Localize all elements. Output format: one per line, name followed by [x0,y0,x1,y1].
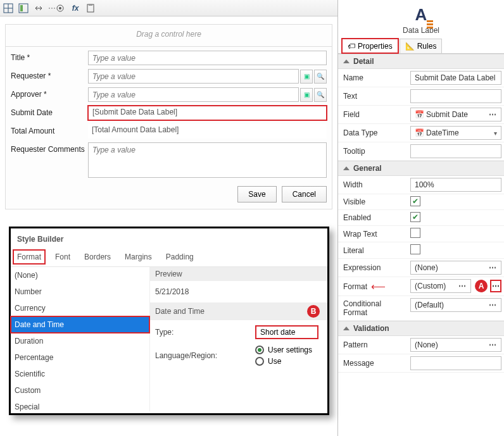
radio-dot-icon [255,357,264,366]
label-comments: Requester Comments [11,142,88,154]
format-datetime[interactable]: Date and Time [11,316,149,333]
prop-value-pattern: (None)⋯ [408,336,504,354]
caret-icon [343,59,350,63]
prop-input[interactable] [410,178,501,192]
format-list: (None) Number Currency Date and Time Dur… [11,267,150,411]
prop-input[interactable]: 📅DateTime▾ [410,126,501,140]
tab-font[interactable]: Font [51,250,74,264]
radio-user-settings[interactable]: User settings [255,344,312,356]
prop-input[interactable]: (None)⋯ [410,261,501,275]
approver-input[interactable] [88,87,299,102]
checkbox[interactable]: ✔ [410,212,420,222]
fx-icon[interactable]: fx [70,3,81,14]
requester-search-icon[interactable]: 🔍 [314,70,327,84]
prop-label-name: Name [338,69,408,87]
total-amount-label[interactable]: [Total Amount Data Label] [88,124,327,139]
requester-tree-icon[interactable]: ▣ [300,70,313,84]
ellipsis-icon[interactable]: ⋯ [458,282,467,290]
format-ellipsis-button[interactable]: ⋯ [490,280,501,292]
format-none[interactable]: (None) [11,267,149,283]
chevron-down-icon[interactable]: ▾ [494,130,497,137]
form-box: Title * Requester * ▣ 🔍 Approver * [5,46,332,209]
style-builder-dialog: Style Builder Format Font Borders Margin… [9,227,329,415]
badge-a-icon: A [475,280,488,292]
prop-label-field: Field [338,106,408,124]
prop-label-visible: Visible [338,194,408,210]
label-submit-date: Submit Date [11,106,88,117]
type-dropdown[interactable]: Short date [255,325,318,339]
prop-value-text [408,87,504,106]
save-button[interactable]: Save [237,186,276,202]
prop-label-text: Text [338,87,408,106]
approver-tree-icon[interactable]: ▣ [300,88,313,102]
checkbox[interactable]: ✔ [410,196,420,206]
prop-value-field: 📅Submit Date⋯ [408,106,504,124]
prop-label-literal: Literal [338,242,408,259]
tab-format[interactable]: Format [13,250,45,264]
prop-input[interactable] [410,356,501,370]
title-input[interactable] [88,51,327,65]
prop-value-enabled: ✔ [408,210,504,226]
format-custom[interactable]: Custom [11,382,149,399]
prop-input[interactable] [410,89,501,103]
label-total-amount: Total Amount [11,124,88,135]
cancel-button[interactable]: Cancel [282,186,327,202]
section-validation[interactable]: Validation [338,321,504,336]
checkbox[interactable] [410,244,420,254]
prop-label-width: Width [338,176,408,194]
comments-textarea[interactable] [88,142,327,178]
ellipsis-icon[interactable]: ⋯ [489,301,497,309]
format-number[interactable]: Number [11,283,149,300]
prop-value-tooltip [408,142,504,161]
tab-margins[interactable]: Margins [121,250,156,264]
prop-input[interactable] [410,144,501,158]
language-label: Language/Region: [155,351,250,360]
tab-rules[interactable]: 📐Rules [400,39,443,53]
radio-user-settings-label: User settings [268,346,312,354]
layout-icon[interactable] [18,3,29,14]
section-general[interactable]: General [338,161,504,176]
data-label-logo-icon: A [415,5,427,25]
ellipsis-icon[interactable]: ⋯ [489,340,497,349]
submit-date-label[interactable]: [Submit Date Data Label] [88,106,327,120]
prop-label-format: Format⟵ [338,277,408,296]
tab-padding[interactable]: Padding [162,250,198,264]
row-total-amount: Total Amount [Total Amount Data Label] [11,124,327,139]
calendar-icon: 📅 [415,110,424,119]
row-requester: Requester * ▣ 🔍 [11,69,327,84]
grid-icon[interactable] [3,3,14,14]
prop-label-data-type: Data Type [338,124,408,142]
gear-icon[interactable] [54,3,66,14]
prop-input[interactable]: (None)⋯ [410,338,501,352]
format-currency[interactable]: Currency [11,300,149,316]
tab-properties[interactable]: 🏷Properties [342,39,398,53]
prop-input[interactable]: (Custom)⋯ [410,279,471,293]
tab-borders[interactable]: Borders [80,250,115,264]
prop-value-message [408,354,504,373]
prop-input[interactable]: (Default)⋯ [410,298,501,312]
prop-value-expression: (None)⋯ [408,259,504,277]
prop-value-conditional-format: (Default)⋯ [408,296,504,321]
ellipsis-icon[interactable]: ⋯ [489,263,497,272]
arrows-icon[interactable] [33,3,44,14]
format-duration[interactable]: Duration [11,333,149,349]
checkbox[interactable] [410,228,420,238]
requester-input[interactable] [88,69,299,84]
radio-use[interactable]: Use [255,356,312,367]
component-type-label: Data Label [338,26,504,35]
prop-value-wrap-text [408,226,504,242]
svg-point-6 [59,7,61,9]
prop-input[interactable]: 📅Submit Date⋯ [410,108,501,121]
ellipsis-icon[interactable]: ⋯ [489,110,497,119]
label-title: Title * [11,51,88,62]
radio-use-label: Use [268,357,281,366]
prop-value-data-type: 📅DateTime▾ [408,124,504,142]
preview-header: Preview [150,267,327,281]
clipboard-icon[interactable] [85,3,96,14]
approver-search-icon[interactable]: 🔍 [314,88,327,102]
prop-input[interactable] [410,71,501,85]
section-detail[interactable]: Detail [338,54,504,69]
format-scientific[interactable]: Scientific [11,366,149,382]
format-percentage[interactable]: Percentage [11,349,149,366]
format-special[interactable]: Special [11,399,149,415]
